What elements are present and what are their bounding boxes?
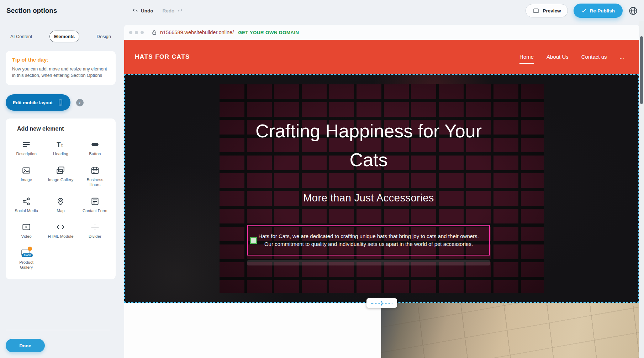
divider-icon [90,222,100,232]
app: Section options Undo Redo Preview Re-Pub… [0,0,644,358]
republish-label: Re-Publish [590,8,615,14]
redo-button[interactable]: Redo [163,8,183,14]
add-element-title: Add new element [17,126,112,132]
element-label: Image [21,178,32,183]
product-gallery-icon: SHOP ↑ [21,248,31,258]
edit-mobile-layout-button[interactable]: Edit mobile layout [6,94,70,111]
site-url[interactable]: n1566589.websitebuilder.online/ [160,30,234,35]
image-icon [22,166,31,175]
element-label: Business Hours [82,178,108,188]
element-description[interactable]: Description [9,140,43,157]
element-image[interactable]: Image [9,166,43,188]
next-section-white-area [124,303,381,358]
site-logo[interactable]: HATS FOR CATS [135,53,190,60]
element-label: Image Gallery [48,178,74,183]
tip-card: Tip of the day: Now you can add, move an… [6,51,116,85]
hero-section-selected[interactable]: Crafting Happiness for Your Cats More th… [124,74,639,303]
element-map[interactable]: Map [43,197,78,214]
browser-chrome: n1566589.websitebuilder.online/ GET YOUR… [124,25,639,40]
element-video[interactable]: Video [9,222,43,239]
redo-icon [177,8,183,14]
resize-handle[interactable] [250,237,257,244]
mobile-layout-row: Edit mobile layout i [6,94,116,111]
done-button[interactable]: Done [6,339,45,352]
element-label: Heading [53,152,68,157]
info-icon[interactable]: i [76,99,84,106]
history-controls: Undo Redo [132,8,183,14]
add-element-panel: Add new element Description Tt Heading B… [6,119,116,279]
arrow-down-icon: ▼ [380,304,383,306]
undo-icon [132,8,138,14]
tab-design[interactable]: Design [92,31,116,42]
element-label: Button [89,152,101,157]
tip-body: Now you can add, move and resize any ele… [12,66,109,79]
hero-copy: Crafting Happiness for Your Cats More th… [125,75,612,302]
hero-paragraph[interactable]: Hats for Cats, we are dedicated to craft… [257,232,481,248]
page-title: Section options [6,7,57,15]
tab-elements[interactable]: Elements [49,31,79,42]
phone-icon [57,99,64,106]
svg-text:t: t [62,142,63,148]
site-header[interactable]: HATS FOR CATS Home About Us Contact us .… [124,40,639,74]
element-label: Social Media [15,209,38,214]
republish-button[interactable]: Re-Publish [574,4,623,18]
element-label: Map [57,209,64,214]
editor-canvas: n1566589.websitebuilder.online/ GET YOUR… [124,21,639,358]
element-heading[interactable]: Tt Heading [43,140,78,157]
element-product-gallery[interactable]: SHOP ↑ Product Gallery [9,248,43,270]
hero-heading[interactable]: Crafting Happiness for Your Cats [125,117,612,174]
element-label: HTML Module [48,234,74,239]
preview-button[interactable]: Preview [526,4,568,17]
site-nav: Home About Us Contact us ... [519,54,624,60]
hero-subheading[interactable]: More than Just Accessories [125,192,612,204]
scrollbar-thumb[interactable] [640,36,643,104]
element-social-media[interactable]: Social Media [9,197,43,214]
element-label: Divider [89,234,101,239]
element-html-module[interactable]: HTML Module [43,222,78,239]
element-label: Video [21,234,32,239]
nav-home[interactable]: Home [519,54,534,60]
element-business-hours[interactable]: Business Hours [78,166,112,188]
redo-label: Redo [163,8,175,14]
next-section-photo [381,303,639,358]
sidebar: AI Content Elements Design Tip of the da… [0,21,124,358]
undo-button[interactable]: Undo [132,8,153,14]
arrow-up-icon: ▲ [380,300,383,303]
business-hours-icon [90,166,100,175]
tip-title: Tip of the day: [12,57,109,63]
video-icon [22,222,31,232]
get-domain-link[interactable]: GET YOUR OWN DOMAIN [238,30,299,35]
contact-form-icon [90,197,100,206]
next-section-preview[interactable] [124,303,639,358]
element-image-gallery[interactable]: Image Gallery [43,166,78,188]
language-globe-button[interactable] [628,5,639,16]
element-label: Contact Form [83,209,107,214]
nav-about-us[interactable]: About Us [547,54,569,60]
lock-icon [152,30,157,35]
ghost-placeholder-bar [247,260,490,265]
heading-icon: Tt [56,140,65,149]
window-dots [129,31,144,34]
section-resize-handle[interactable]: ▲ ▼ [366,298,397,308]
shop-badge: SHOP [22,253,33,257]
description-icon [22,140,31,149]
selected-paragraph-element[interactable]: Hats for Cats, we are dedicated to craft… [247,225,490,256]
element-contact-form[interactable]: Contact Form [78,197,112,214]
element-divider[interactable]: Divider [78,222,112,239]
globe-icon [628,6,638,16]
tab-ai-content[interactable]: AI Content [6,31,37,42]
preview-scrollbar[interactable] [639,21,644,358]
social-media-icon [22,197,31,206]
undo-label: Undo [141,8,153,14]
topbar-actions: Preview Re-Publish [526,0,639,21]
nav-contact-us[interactable]: Contact us [581,54,607,60]
svg-text:T: T [57,141,61,148]
shop-upgrade-badge: ↑ [28,247,32,251]
html-module-icon [56,222,65,232]
nav-more[interactable]: ... [619,54,624,60]
element-grid: Description Tt Heading Button Image Imag… [9,140,112,270]
topbar: Section options Undo Redo Preview Re-Pub… [0,0,644,21]
element-button[interactable]: Button [78,140,112,157]
image-gallery-icon [56,166,65,175]
sidebar-divider [6,330,110,330]
